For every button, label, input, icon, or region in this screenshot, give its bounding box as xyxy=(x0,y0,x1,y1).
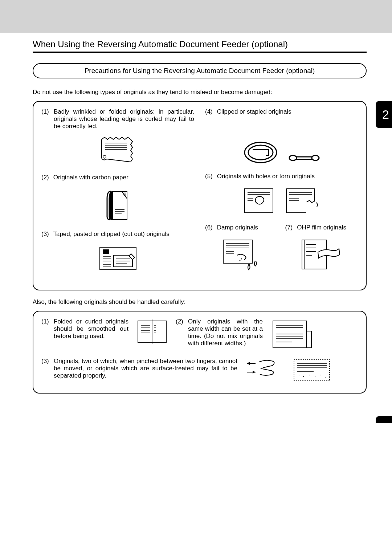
item-3-text: Taped, pasted or clipped (cut out) origi… xyxy=(53,231,169,237)
svg-point-83 xyxy=(303,376,304,377)
svg-rect-65 xyxy=(273,321,306,348)
svg-point-47 xyxy=(241,258,242,260)
holes-torn-icon xyxy=(205,187,358,217)
intro-text-2: Also, the following originals should be … xyxy=(33,298,367,306)
svg-point-5 xyxy=(103,155,106,158)
careful-2: (2) Only originals with the same width c… xyxy=(176,318,263,353)
svg-point-48 xyxy=(240,260,241,261)
svg-marker-76 xyxy=(253,371,256,374)
item-6-text: Damp originals xyxy=(217,224,258,231)
careful-1-num: (1) xyxy=(41,318,52,353)
item-1: (1) Badly wrinkled or folded originals; … xyxy=(41,108,194,130)
page-title: When Using the Reversing Automatic Docum… xyxy=(33,39,367,49)
title-rule xyxy=(33,52,367,53)
precautions-box: (1) Badly wrinkled or folded originals; … xyxy=(33,101,367,290)
clipped-stapled-icon xyxy=(205,141,358,166)
svg-point-87 xyxy=(325,377,326,378)
item-4-text: Clipped or stapled originals xyxy=(217,108,291,115)
carbon-paper-icon xyxy=(41,188,194,224)
item-4-num: (4) xyxy=(205,108,215,115)
careful-2-num: (2) xyxy=(176,318,186,353)
item-7: (7) OHP film originals xyxy=(285,224,358,231)
item-3: (3) Taped, pasted or clipped (cut out) o… xyxy=(41,231,194,238)
item-2: (2) Originals with carbon paper xyxy=(41,174,194,181)
item-5-text: Originals with holes or torn originals xyxy=(217,173,315,180)
stuck-sheets-icon xyxy=(292,358,332,385)
svg-point-27 xyxy=(248,145,273,160)
damp-originals-icon xyxy=(205,238,278,274)
careful-box: (1) Folded or curled originals should be… xyxy=(33,311,367,394)
careful-3: (3) Originals, two of which, when pinche… xyxy=(41,358,237,385)
careful-2-text: Only originals with the same width can b… xyxy=(188,318,263,353)
page-content: 2 When Using the Reversing Automatic Doc… xyxy=(0,39,392,423)
item-5: (5) Originals with holes or torn origina… xyxy=(205,173,358,180)
svg-point-31 xyxy=(312,155,319,160)
svg-point-84 xyxy=(309,375,310,375)
ohp-film-icon xyxy=(285,238,358,274)
taped-paper-icon xyxy=(41,244,194,275)
intro-text-1: Do not use the following types of origin… xyxy=(33,89,367,96)
svg-marker-74 xyxy=(247,362,250,365)
svg-point-82 xyxy=(299,375,299,375)
folded-original-icon xyxy=(136,318,168,353)
svg-rect-15 xyxy=(103,249,109,254)
item-4: (4) Clipped or stapled originals xyxy=(205,108,358,115)
item-7-num: (7) xyxy=(285,224,295,231)
item-2-num: (2) xyxy=(41,174,52,181)
svg-rect-77 xyxy=(294,360,330,381)
item-1-num: (1) xyxy=(41,108,52,130)
pinched-originals-icon xyxy=(245,358,285,385)
item-5-num: (5) xyxy=(205,173,215,180)
item-2-text: Originals with carbon paper xyxy=(53,174,128,181)
item-7-text: OHP film originals xyxy=(297,224,346,231)
careful-1-text: Folded or curled originals should be smo… xyxy=(54,318,128,353)
careful-3-num: (3) xyxy=(41,358,52,385)
careful-1: (1) Folded or curled originals should be… xyxy=(41,318,128,353)
svg-rect-68 xyxy=(306,331,311,348)
right-column: (4) Clipped or stapled originals xyxy=(205,108,358,282)
svg-point-86 xyxy=(320,375,321,375)
item-3-num: (3) xyxy=(41,231,52,238)
footer-black-tab xyxy=(376,416,392,423)
careful-3-text: Originals, two of which, when pinched be… xyxy=(54,358,237,385)
header-gray-band xyxy=(0,0,392,33)
left-column: (1) Badly wrinkled or folded originals; … xyxy=(41,108,194,282)
chapter-tab: 2 xyxy=(376,101,392,128)
wrinkled-paper-icon xyxy=(41,137,194,167)
item-1-text: Badly wrinkled or folded originals; in p… xyxy=(54,108,194,130)
svg-point-28 xyxy=(289,155,297,160)
item-6: (6) Damp originals xyxy=(205,224,278,231)
section-pill: Precautions for Using the Reversing Auto… xyxy=(33,63,367,78)
item-6-num: (6) xyxy=(205,224,215,231)
svg-point-85 xyxy=(315,376,315,377)
mixed-width-icon xyxy=(270,318,314,353)
